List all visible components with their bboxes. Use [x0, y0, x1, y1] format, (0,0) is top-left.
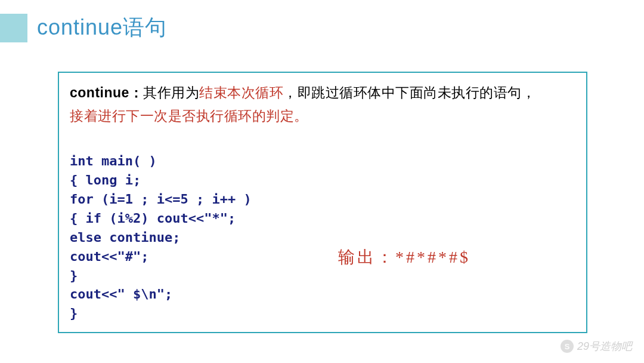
- code-line: int main( ): [70, 152, 575, 171]
- slide-title: continue语句: [37, 13, 167, 42]
- desc-keyword: continue：: [70, 85, 143, 100]
- code-line: cout<<"#";: [70, 247, 575, 266]
- watermark: S 29号造物吧: [561, 339, 632, 353]
- output: 输出：*#*#*#$: [338, 246, 470, 269]
- code-line: }: [70, 304, 575, 323]
- description: continue：其作用为结束本次循环，即跳过循环体中下面尚未执行的语句， 接着…: [70, 81, 575, 128]
- content-box: continue：其作用为结束本次循环，即跳过循环体中下面尚未执行的语句， 接着…: [58, 72, 587, 333]
- code-line: for (i=1 ; i<=5 ; i++ ): [70, 190, 575, 209]
- code-line: else continue;: [70, 228, 575, 247]
- accent-bar: [0, 14, 27, 42]
- watermark-text: 29号造物吧: [577, 339, 632, 353]
- code-line: { long i;: [70, 171, 575, 190]
- code-line: cout<<" $\n";: [70, 285, 575, 304]
- desc-part1: 其作用为: [143, 85, 199, 100]
- desc-red2: 接着进行下一次是否执行循环的判定。: [70, 108, 308, 124]
- code-line: }: [70, 266, 575, 285]
- code-line: { if (i%2) cout<<"*";: [70, 209, 575, 228]
- code-block: int main( ) { long i; for (i=1 ; i<=5 ; …: [70, 152, 575, 323]
- output-label: 输出：: [338, 248, 395, 266]
- slide-header: continue语句: [0, 13, 167, 42]
- wechat-icon: S: [561, 340, 574, 353]
- desc-red1: 结束本次循环: [199, 85, 283, 100]
- desc-part2: ，即跳过循环体中下面尚未执行的语句，: [283, 85, 535, 100]
- output-value: *#*#*#$: [395, 248, 470, 266]
